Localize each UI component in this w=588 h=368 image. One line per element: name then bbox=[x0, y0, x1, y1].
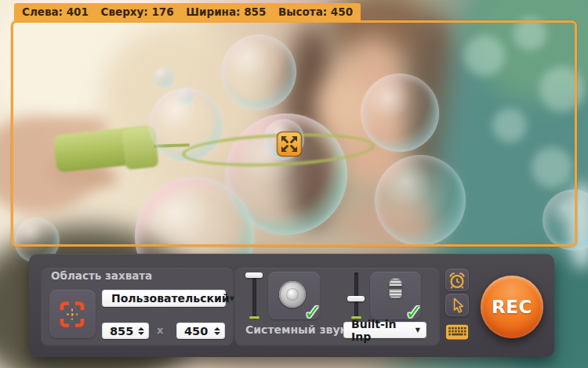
stepper-arrows-icon[interactable] bbox=[214, 327, 220, 335]
system-volume-tick bbox=[249, 316, 260, 319]
system-sound-label: Системный звук bbox=[245, 323, 347, 336]
mic-device-dropdown[interactable]: Built-in Inp ▼ bbox=[343, 322, 426, 338]
chevron-down-icon: ▼ bbox=[230, 295, 234, 302]
capture-preset-dropdown[interactable]: Пользовательский ▼ bbox=[102, 290, 226, 307]
select-capture-area-button[interactable] bbox=[49, 290, 96, 338]
capture-area-icon bbox=[60, 301, 85, 327]
mic-volume-handle[interactable] bbox=[347, 296, 365, 301]
move-icon bbox=[276, 131, 303, 157]
move-frame-handle[interactable] bbox=[276, 131, 303, 157]
capture-width-stepper[interactable]: 855 bbox=[102, 323, 149, 339]
keyboard-icon bbox=[445, 323, 469, 341]
control-panel: Область захвата Пользовательский ▼ 855 bbox=[29, 254, 554, 357]
dimensions-separator: x bbox=[157, 324, 163, 336]
coord-height: Высота: 450 bbox=[278, 5, 353, 18]
coord-top: Сверху: 176 bbox=[101, 5, 174, 18]
enabled-check-icon: ✓ bbox=[303, 301, 321, 323]
rec-button[interactable]: REC bbox=[481, 276, 543, 338]
coord-width: Ширина: 855 bbox=[186, 5, 266, 18]
system-volume-handle[interactable] bbox=[245, 272, 263, 278]
chevron-down-icon: ▼ bbox=[416, 327, 420, 334]
show-keystrokes-button[interactable] bbox=[445, 323, 469, 341]
mic-device-value: Built-in Inp bbox=[351, 318, 416, 343]
system-sound-toggle-button[interactable]: ✓ bbox=[268, 272, 320, 319]
capture-coordinates-bar: Слева: 401 Сверху: 176 Ширина: 855 Высот… bbox=[14, 3, 361, 21]
stepper-arrows-icon[interactable] bbox=[138, 327, 144, 335]
rec-label: REC bbox=[492, 297, 532, 317]
alarm-clock-icon bbox=[447, 270, 467, 290]
capture-preset-value: Пользовательский bbox=[111, 292, 230, 305]
capture-area-title: Область захвата bbox=[51, 269, 152, 282]
schedule-recording-button[interactable] bbox=[445, 269, 469, 291]
capture-height-stepper[interactable]: 450 bbox=[176, 323, 225, 339]
capture-height-value: 450 bbox=[184, 325, 208, 337]
system-volume-slider[interactable] bbox=[252, 272, 256, 319]
cursor-icon bbox=[448, 296, 466, 315]
show-cursor-button[interactable] bbox=[445, 294, 469, 316]
capture-width-value: 855 bbox=[110, 325, 133, 337]
screen-capture-app: Слева: 401 Сверху: 176 Ширина: 855 Высот… bbox=[0, 0, 588, 368]
coord-left: Слева: 401 bbox=[22, 5, 89, 18]
microphone-toggle-button[interactable]: ✓ bbox=[370, 272, 421, 319]
